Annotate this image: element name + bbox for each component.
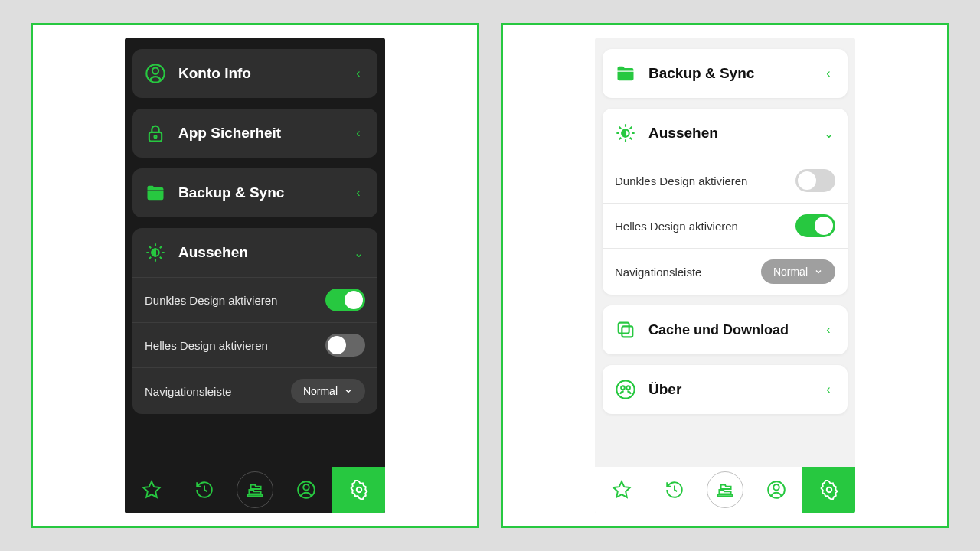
frame-dark: Konto Info ‹ App Sicherheit ‹ Backup & S… bbox=[31, 23, 479, 528]
item-cache-download[interactable]: Cache und Download ‹ bbox=[603, 305, 848, 354]
row-navbar-style: Navigationsleiste Normal bbox=[132, 367, 377, 414]
copy-icon bbox=[615, 319, 636, 341]
row-light-theme: Helles Design aktivieren bbox=[132, 322, 377, 367]
folder-icon bbox=[145, 182, 166, 204]
gear-icon bbox=[349, 480, 369, 500]
chevron-left-icon: ‹ bbox=[351, 67, 365, 80]
item-label: App Sicherheit bbox=[178, 125, 339, 142]
svg-point-7 bbox=[356, 487, 361, 493]
user-icon bbox=[766, 480, 786, 500]
nav-settings[interactable] bbox=[332, 467, 385, 513]
svg-point-16 bbox=[826, 487, 831, 493]
navbar-style-select[interactable]: Normal bbox=[761, 259, 835, 284]
svg-point-15 bbox=[773, 484, 779, 491]
svg-point-12 bbox=[621, 386, 625, 390]
item-appearance-header[interactable]: Aussehen ⌄ bbox=[603, 109, 848, 158]
item-label: Cache und Download bbox=[648, 322, 809, 338]
toggle-dark-theme[interactable] bbox=[325, 289, 365, 311]
chevron-down-icon: ⌄ bbox=[822, 126, 835, 141]
item-backup-sync[interactable]: Backup & Sync ‹ bbox=[132, 168, 377, 217]
phone-light: Backup & Sync ‹ Aussehen ⌄ Dunkles Desig… bbox=[595, 38, 855, 513]
brightness-icon bbox=[145, 242, 166, 263]
svg-point-3 bbox=[154, 135, 156, 138]
user-icon bbox=[296, 480, 316, 500]
row-label: Navigationsleiste bbox=[145, 385, 231, 398]
star-icon bbox=[142, 480, 162, 500]
row-label: Helles Design aktivieren bbox=[145, 339, 268, 352]
chevron-left-icon: ‹ bbox=[351, 186, 365, 200]
nav-history[interactable] bbox=[648, 467, 701, 513]
chevron-down-icon: ⌄ bbox=[351, 246, 365, 260]
svg-point-6 bbox=[303, 484, 309, 491]
item-label: Über bbox=[648, 381, 809, 398]
folder-icon bbox=[615, 63, 636, 84]
nav-profile[interactable] bbox=[750, 467, 802, 513]
item-appearance-header[interactable]: Aussehen ⌄ bbox=[132, 228, 377, 277]
people-icon bbox=[615, 379, 636, 400]
toggle-light-theme[interactable] bbox=[325, 334, 365, 357]
item-about[interactable]: Über ‹ bbox=[603, 365, 848, 414]
item-app-security[interactable]: App Sicherheit ‹ bbox=[132, 109, 377, 158]
settings-list-dark: Konto Info ‹ App Sicherheit ‹ Backup & S… bbox=[125, 38, 385, 467]
item-backup-sync[interactable]: Backup & Sync ‹ bbox=[603, 49, 848, 98]
files-icon bbox=[245, 480, 265, 500]
svg-point-13 bbox=[626, 386, 630, 390]
item-label: Backup & Sync bbox=[648, 65, 809, 82]
item-label: Backup & Sync bbox=[178, 184, 339, 201]
chevron-left-icon: ‹ bbox=[351, 126, 365, 140]
item-label: Aussehen bbox=[648, 125, 809, 142]
phone-dark: Konto Info ‹ App Sicherheit ‹ Backup & S… bbox=[125, 38, 385, 513]
row-label: Navigationsleiste bbox=[615, 266, 701, 279]
item-account-info[interactable]: Konto Info ‹ bbox=[132, 49, 377, 98]
row-dark-theme: Dunkles Design aktivieren bbox=[132, 277, 377, 322]
svg-point-1 bbox=[152, 67, 158, 73]
brightness-icon bbox=[615, 122, 636, 144]
chevron-down-icon bbox=[344, 386, 353, 396]
lock-icon bbox=[145, 122, 166, 144]
row-label: Helles Design aktivieren bbox=[615, 220, 738, 233]
chevron-left-icon: ‹ bbox=[822, 67, 835, 80]
nav-favorites[interactable] bbox=[595, 467, 648, 513]
frame-light: Backup & Sync ‹ Aussehen ⌄ Dunkles Desig… bbox=[501, 23, 949, 528]
chevron-left-icon: ‹ bbox=[822, 323, 835, 337]
nav-history[interactable] bbox=[178, 467, 230, 513]
navbar-style-select[interactable]: Normal bbox=[291, 379, 365, 403]
bottom-nav-dark bbox=[125, 467, 385, 513]
item-appearance: Aussehen ⌄ Dunkles Design aktivieren Hel… bbox=[603, 109, 848, 295]
history-icon bbox=[194, 480, 214, 500]
chevron-left-icon: ‹ bbox=[822, 383, 835, 396]
files-icon bbox=[715, 480, 735, 500]
nav-settings[interactable] bbox=[802, 467, 855, 513]
svg-rect-9 bbox=[619, 323, 629, 334]
star-icon bbox=[612, 480, 632, 500]
nav-profile[interactable] bbox=[279, 467, 332, 513]
item-appearance: Aussehen ⌄ Dunkles Design aktivieren Hel… bbox=[132, 228, 377, 414]
chevron-down-icon bbox=[814, 267, 823, 276]
item-label: Aussehen bbox=[178, 244, 339, 261]
toggle-dark-theme[interactable] bbox=[795, 169, 835, 192]
row-label: Dunkles Design aktivieren bbox=[145, 294, 277, 307]
row-label: Dunkles Design aktivieren bbox=[615, 174, 747, 187]
row-light-theme: Helles Design aktivieren bbox=[603, 203, 848, 248]
settings-list-light: Backup & Sync ‹ Aussehen ⌄ Dunkles Desig… bbox=[595, 38, 855, 467]
nav-favorites[interactable] bbox=[125, 467, 178, 513]
svg-point-11 bbox=[616, 380, 634, 398]
bottom-nav-light bbox=[595, 467, 855, 513]
user-icon bbox=[145, 63, 166, 84]
item-label: Konto Info bbox=[178, 65, 339, 82]
history-icon bbox=[665, 480, 684, 500]
nav-files[interactable] bbox=[237, 471, 273, 508]
svg-rect-2 bbox=[149, 132, 162, 142]
row-navbar-style: Navigationsleiste Normal bbox=[603, 248, 848, 295]
row-dark-theme: Dunkles Design aktivieren bbox=[603, 158, 848, 203]
gear-icon bbox=[819, 480, 839, 500]
nav-files[interactable] bbox=[707, 471, 743, 508]
svg-rect-10 bbox=[622, 326, 632, 337]
toggle-light-theme[interactable] bbox=[795, 214, 835, 237]
